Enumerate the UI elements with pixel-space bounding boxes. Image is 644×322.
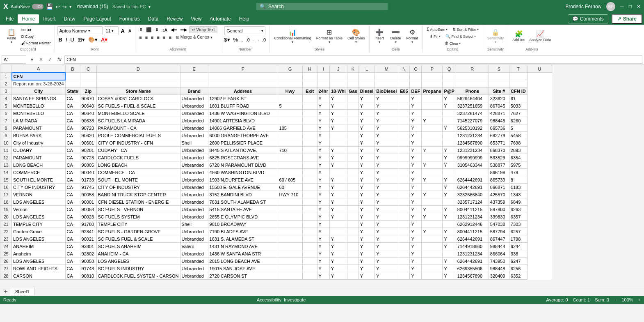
zoom-in-btn[interactable]: + [638, 297, 641, 302]
cell-D25[interactable]: ANAHEIM - CA [96, 250, 180, 258]
cell-F22[interactable]: 7190 BLADES AVE [208, 228, 278, 235]
cell-N27[interactable] [398, 265, 410, 272]
cell-C5[interactable]: 90640 [80, 102, 96, 110]
cell-Q2[interactable] [443, 80, 456, 87]
menu-help[interactable]: Help [235, 14, 253, 23]
cell-E24[interactable]: Valero [180, 243, 208, 250]
cell-O14[interactable]: Y [410, 169, 422, 176]
cell-G24[interactable] [278, 243, 302, 250]
cell-L14[interactable]: Y [359, 169, 375, 176]
cell-D27[interactable]: SC FUELS INDUSTRY [96, 265, 180, 272]
cell-O18[interactable]: Y [410, 198, 422, 206]
cell-J9[interactable] [329, 132, 347, 139]
font-color-button[interactable]: A▾ [100, 36, 109, 43]
cell-T25[interactable]: 338 [509, 250, 527, 258]
col-header-g[interactable]: G [278, 65, 302, 73]
cell-C23[interactable]: 90021 [80, 235, 96, 243]
col-header-i[interactable]: I [317, 65, 329, 73]
cell-B18[interactable]: CA [65, 198, 80, 206]
cell-H26[interactable] [302, 258, 317, 265]
cell-F17[interactable]: 3152 BANDINI BLVD [208, 191, 278, 198]
col-header-o[interactable]: O [410, 65, 422, 73]
cell-E5[interactable]: Unbranded [180, 102, 208, 110]
cell-J21[interactable] [329, 221, 347, 228]
search-bar[interactable]: 🔍 Search [256, 3, 388, 10]
cell-R17[interactable]: 3232666840 [456, 191, 489, 198]
cell-I24[interactable]: Y [317, 243, 329, 250]
cell-M7[interactable]: Y [375, 117, 398, 124]
fill-color-button[interactable]: 🎨▾ [87, 36, 99, 43]
format-as-table-button[interactable]: ⊞ Format as Table ▾ [315, 28, 344, 45]
cell-K8[interactable] [347, 124, 359, 132]
cell-N18[interactable] [398, 198, 410, 206]
cell-L28[interactable]: Y [359, 272, 375, 280]
cell-F28[interactable]: 2720 CARSON ST [208, 272, 278, 280]
cell-J6[interactable]: Y [329, 110, 347, 117]
cell-K23[interactable] [347, 235, 359, 243]
cell-C1[interactable] [80, 73, 96, 80]
analyze-data-button[interactable]: 📈 Analyze Data [528, 30, 553, 43]
cell-B10[interactable]: CA [65, 139, 80, 147]
cell-G23[interactable] [278, 235, 302, 243]
cell-I19[interactable]: Y [317, 206, 329, 213]
cell-S19[interactable]: 587800 [489, 206, 509, 213]
cell-G16[interactable]: 60 [278, 184, 302, 191]
row-number[interactable]: 24 [0, 243, 12, 250]
cell-G26[interactable] [278, 258, 302, 265]
cell-N1[interactable] [398, 73, 410, 80]
row-number[interactable]: 16 [0, 184, 12, 191]
cell-G22[interactable] [278, 228, 302, 235]
cell-O1[interactable] [410, 73, 422, 80]
cell-C6[interactable]: 90640 [80, 110, 96, 117]
cell-H2[interactable] [302, 80, 317, 87]
cell-S17[interactable]: 425570 [489, 191, 509, 198]
cell-P7[interactable]: Y [422, 117, 443, 124]
cell-J14[interactable] [329, 169, 347, 176]
cell-S4[interactable]: 323620 [489, 95, 509, 102]
row-number[interactable]: 2 [0, 80, 12, 87]
decrease-font-btn[interactable]: A [127, 28, 132, 34]
cell-S1[interactable] [489, 73, 509, 80]
cell-J19[interactable]: Y [329, 206, 347, 213]
cell-Q11[interactable]: Y [443, 147, 456, 154]
cell-R19[interactable]: 8004411215 [456, 206, 489, 213]
cell-L2[interactable] [359, 80, 375, 87]
cell-L5[interactable]: Y [359, 102, 375, 110]
cell-A2[interactable]: Report run on: 3-26-2024 [12, 80, 66, 87]
cell-T2[interactable] [509, 80, 527, 87]
cell-I10[interactable]: Y [317, 139, 329, 147]
cell-L17[interactable]: Y [359, 191, 375, 198]
cell-C15[interactable]: 91733 [80, 176, 96, 184]
cell-R3[interactable]: Phone [456, 87, 489, 95]
cell-F26[interactable]: 2015 LONG BEACH AVE [208, 258, 278, 265]
cell-D4[interactable]: COSBY #0061 CARDLOCK [96, 95, 180, 102]
maximize-btn[interactable]: □ [629, 4, 632, 9]
cell-T1[interactable] [509, 73, 527, 80]
cell-F3[interactable]: Address [208, 87, 278, 95]
cell-P24[interactable] [422, 243, 443, 250]
cell-G8[interactable]: 105 [278, 124, 302, 132]
sort-filter-button[interactable]: ⇅ Sort & Filter ▾ [451, 26, 480, 32]
cell-C9[interactable]: 90620 [80, 132, 96, 139]
number-format-dropdown[interactable]: General ▾ [224, 26, 265, 35]
cell-M14[interactable]: Y [375, 169, 398, 176]
row-number[interactable]: 14 [0, 169, 12, 176]
cell-D28[interactable]: CARDLOCK FUEL SYSTEM - CARSON [96, 272, 180, 280]
cell-H22[interactable] [302, 228, 317, 235]
cell-G20[interactable] [278, 213, 302, 221]
cell-I9[interactable]: Y [317, 132, 329, 139]
cell-E13[interactable]: Unbranded [180, 161, 208, 169]
cell-A15[interactable]: SOUTH EL MONTE [12, 176, 66, 184]
indent-increase-btn[interactable]: ═▶ [179, 27, 188, 33]
cell-J11[interactable]: Y [329, 147, 347, 154]
cell-G18[interactable] [278, 198, 302, 206]
cell-O5[interactable]: Y [410, 102, 422, 110]
cell-F20[interactable]: 2655 E OLYMPIC BLVD [208, 213, 278, 221]
cell-P8[interactable] [422, 124, 443, 132]
cell-R23[interactable]: 6264442691 [456, 235, 489, 243]
cell-T28[interactable]: 6352 [509, 272, 527, 280]
cell-E15[interactable]: Unbranded [180, 176, 208, 184]
cell-L7[interactable]: Y [359, 117, 375, 124]
cell-I26[interactable]: Y [317, 258, 329, 265]
cell-E20[interactable]: Unbranded [180, 213, 208, 221]
